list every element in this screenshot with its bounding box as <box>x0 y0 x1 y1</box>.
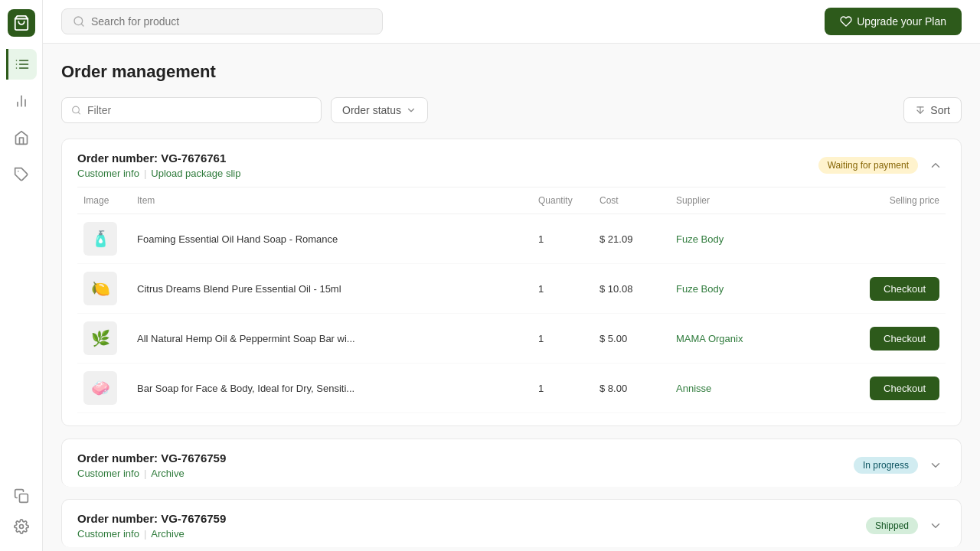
col-supplier: Supplier <box>670 187 823 214</box>
table-row: 🌿 All Natural Hemp Oil & Peppermint Soap… <box>77 314 946 364</box>
sidebar <box>0 0 43 551</box>
order-table-wrap-1: Image Item Quantity Cost Supplier Sellin… <box>62 187 961 425</box>
supplier-link[interactable]: Fuze Body <box>676 283 724 295</box>
sidebar-logo <box>8 9 35 37</box>
filter-input[interactable] <box>87 104 312 116</box>
sidebar-item-orders[interactable] <box>6 49 37 80</box>
sort-button[interactable]: Sort <box>903 97 962 123</box>
order-links-2: Customer info | Archive <box>77 468 226 479</box>
order-card-1: Order number: VG-7676761 Customer info |… <box>61 139 962 426</box>
chevron-down-icon <box>406 105 416 116</box>
customer-info-link-2[interactable]: Customer info <box>77 468 139 479</box>
col-image: Image <box>77 187 131 214</box>
archive-link-2[interactable]: Archive <box>151 468 184 479</box>
heart-icon <box>840 15 852 28</box>
table-row: 🧼 Bar Soap for Face & Body, Ideal for Dr… <box>77 364 946 413</box>
order-table-1: Image Item Quantity Cost Supplier Sellin… <box>77 187 946 413</box>
col-item: Item <box>131 187 532 214</box>
table-row: 🍋 Citrus Dreams Blend Pure Essential Oil… <box>77 264 946 314</box>
chevron-down-icon-2 <box>929 458 942 472</box>
col-cost: Cost <box>593 187 670 214</box>
main-content: Upgrade your Plan Order management Order… <box>43 0 980 551</box>
order-number-1: Order number: VG-7676761 <box>77 152 240 165</box>
upgrade-plan-button[interactable]: Upgrade your Plan <box>825 8 962 35</box>
customer-info-link-1[interactable]: Customer info <box>77 168 139 179</box>
svg-rect-11 <box>19 494 28 503</box>
sidebar-item-analytics[interactable] <box>6 86 37 116</box>
sidebar-item-copy[interactable] <box>6 481 37 511</box>
col-quantity: Quantity <box>532 187 593 214</box>
product-cost: $ 21.09 <box>593 214 670 264</box>
customer-info-link-3[interactable]: Customer info <box>77 528 139 540</box>
product-cost: $ 5.00 <box>593 314 670 364</box>
status-badge-2: In progress <box>854 457 918 474</box>
order-links-1: Customer info | Upload package slip <box>77 168 240 179</box>
archive-link-3[interactable]: Archive <box>151 528 184 540</box>
chevron-down-icon-3 <box>929 519 942 533</box>
product-image: 🍋 <box>83 272 117 305</box>
collapse-order-1[interactable] <box>926 155 946 175</box>
order-card-3: Order number: VG-7676759 Customer info |… <box>61 499 962 547</box>
order-header-1: Order number: VG-7676761 Customer info |… <box>62 139 961 187</box>
order-card-2: Order number: VG-7676759 Customer info |… <box>61 439 962 487</box>
page-title: Order management <box>61 62 962 82</box>
product-cost: $ 8.00 <box>593 364 670 413</box>
supplier-link[interactable]: Annisse <box>676 383 711 394</box>
status-badge-1: Waiting for payment <box>818 157 918 174</box>
checkout-button[interactable]: Checkout <box>870 277 939 301</box>
order-header-3: Order number: VG-7676759 Customer info |… <box>62 500 961 547</box>
expand-order-2[interactable] <box>926 455 946 475</box>
order-links-3: Customer info | Archive <box>77 528 226 540</box>
checkout-button[interactable]: Checkout <box>870 377 939 400</box>
sidebar-item-settings[interactable] <box>6 511 37 542</box>
search-input[interactable] <box>91 15 371 28</box>
search-box[interactable] <box>61 8 383 34</box>
filter-bar: Order status Sort <box>61 97 962 123</box>
product-image: 🌿 <box>83 321 117 355</box>
product-name: Foaming Essential Oil Hand Soap - Romanc… <box>131 214 532 264</box>
order-status-dropdown[interactable]: Order status <box>331 97 428 123</box>
product-image: 🧼 <box>83 371 117 405</box>
svg-line-14 <box>81 24 83 26</box>
product-image: 🧴 <box>83 222 117 256</box>
product-quantity: 1 <box>532 314 593 364</box>
supplier-link[interactable]: Fuze Body <box>676 233 724 245</box>
svg-point-12 <box>19 525 23 529</box>
sidebar-item-tags[interactable] <box>6 159 37 190</box>
order-header-2: Order number: VG-7676759 Customer info |… <box>62 439 961 487</box>
filter-input-wrap[interactable] <box>61 97 322 123</box>
product-quantity: 1 <box>532 264 593 314</box>
chevron-up-icon-1 <box>929 158 942 172</box>
col-selling-price: Selling price <box>823 187 946 214</box>
product-cost: $ 10.08 <box>593 264 670 314</box>
product-quantity: 1 <box>532 364 593 413</box>
expand-order-3[interactable] <box>926 516 946 536</box>
content-area: Order management Order status S <box>43 44 980 551</box>
search-icon <box>73 15 85 28</box>
supplier-link[interactable]: MAMA Organix <box>676 333 743 344</box>
filter-search-icon <box>71 105 81 116</box>
product-quantity: 1 <box>532 214 593 264</box>
sort-icon <box>915 105 926 116</box>
table-row: 🧴 Foaming Essential Oil Hand Soap - Roma… <box>77 214 946 264</box>
topbar: Upgrade your Plan <box>43 0 980 44</box>
order-number-3: Order number: VG-7676759 <box>77 512 226 525</box>
checkout-button[interactable]: Checkout <box>870 327 939 350</box>
order-number-2: Order number: VG-7676759 <box>77 452 226 465</box>
product-name: Citrus Dreams Blend Pure Essential Oil -… <box>131 264 532 314</box>
product-name: All Natural Hemp Oil & Peppermint Soap B… <box>131 314 532 364</box>
sidebar-item-store[interactable] <box>6 122 37 153</box>
product-name: Bar Soap for Face & Body, Ideal for Dry,… <box>131 364 532 413</box>
svg-line-16 <box>78 112 80 114</box>
upload-package-link-1[interactable]: Upload package slip <box>151 168 240 179</box>
status-badge-3: Shipped <box>866 517 918 534</box>
